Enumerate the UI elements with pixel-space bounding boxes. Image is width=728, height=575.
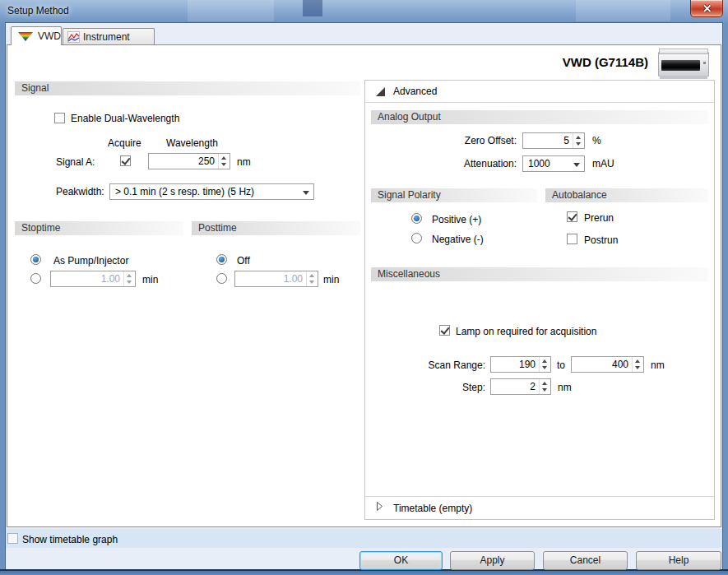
miscellaneous-section-header: Miscellaneous [371,267,708,281]
stoptime-as-pump-radio[interactable] [30,254,41,265]
signal-a-acquire-checkbox[interactable] [120,155,131,166]
polarity-positive-radio[interactable] [411,213,422,224]
spin-down-button[interactable] [542,366,547,369]
spinner [573,133,584,148]
instrument-led [703,62,706,64]
titlebar-glass-artifact [188,0,274,21]
prerun-checkbox[interactable] [567,211,577,222]
lamp-on-checkbox[interactable] [439,325,450,336]
spin-down-button[interactable] [127,281,132,284]
spin-down-button[interactable] [221,163,226,166]
stoptime-value: 1.00 [101,273,120,285]
posttime-value: 1.00 [284,273,303,285]
step-field[interactable]: 2 [490,378,551,395]
step-value: 2 [530,381,536,392]
analog-output-section-header: Analog Output [371,110,708,124]
posttime-value-field[interactable]: 1.00 [234,271,318,287]
postrun-checkbox[interactable] [567,234,577,244]
postrun-label: Postrun [584,234,618,246]
stoptime-unit-label: min [142,274,158,285]
signal-a-wavelength-field[interactable]: 250 [148,153,230,169]
instrument-lid [659,49,708,54]
signal-section-header: Signal [15,81,360,95]
spin-up-button[interactable] [309,274,314,277]
vwd-spectrum-icon [18,32,33,41]
posttime-off-label: Off [237,255,250,267]
signal-a-wavelength-value: 250 [198,155,215,167]
spin-down-button[interactable] [635,366,640,369]
zero-offset-field[interactable]: 5 [522,132,585,149]
timetable-expander[interactable] [370,498,535,517]
tab-vwd-label: VWD [38,30,61,42]
spin-up-button[interactable] [127,274,132,277]
titlebar-glass-artifact [303,0,322,16]
peakwidth-dropdown[interactable]: > 0.1 min (2 s resp. time) (5 Hz) [109,183,314,200]
dropdown-arrow-icon [303,191,309,195]
step-unit-label: nm [558,382,572,393]
titlebar[interactable]: Setup Method [0,0,728,23]
close-icon [702,4,712,13]
tab-instrument-curves[interactable]: Instrument Curves [63,28,155,44]
spin-down-button[interactable] [309,281,314,284]
spinner [123,271,135,286]
spinner [218,154,230,169]
spinner [306,271,318,286]
attenuation-unit-label: mAU [592,158,614,169]
zero-offset-label: Zero Offset: [428,135,517,146]
spinner [632,357,643,372]
spinner [539,357,550,372]
spin-up-button[interactable] [542,359,547,363]
polarity-negative-label: Negative (-) [432,234,484,245]
attenuation-value: 1000 [528,158,550,169]
scan-range-to-value: 400 [612,359,628,370]
step-label: Step: [444,382,485,393]
spin-up-button[interactable] [542,382,547,385]
show-timetable-graph-checkbox[interactable] [7,533,18,544]
posttime-off-radio[interactable] [216,254,227,265]
posttime-section-header: Posttime [192,221,360,235]
stoptime-section-header: Stoptime [15,221,183,235]
spin-down-button[interactable] [542,388,547,392]
peakwidth-value: > 0.1 min (2 s resp. time) (5 Hz) [115,186,254,197]
spin-up-button[interactable] [635,359,640,363]
spinner [539,379,550,394]
attenuation-dropdown[interactable]: 1000 [522,155,585,172]
help-button[interactable]: Help [636,551,721,570]
tab-vwd[interactable]: VWD [11,26,62,45]
polarity-positive-label: Positive (+) [432,214,481,225]
scan-range-from-field[interactable]: 190 [490,356,551,373]
spin-up-button[interactable] [221,156,226,160]
enable-dual-wavelength-checkbox[interactable] [54,113,65,123]
wavelength-column-label: Wavelength [166,137,218,149]
prerun-label: Prerun [584,212,614,224]
ok-button[interactable]: OK [359,551,443,570]
titlebar-glass-artifact [576,0,670,21]
advanced-expander[interactable] [370,82,535,100]
posttime-value-radio[interactable] [216,273,227,284]
enable-dual-wavelength-label: Enable Dual-Wavelength [71,113,179,124]
stoptime-value-radio[interactable] [30,273,41,284]
autobalance-section-header: Autobalance [545,188,708,202]
stoptime-value-field[interactable]: 1.00 [50,271,136,287]
scan-range-from-value: 190 [519,359,536,370]
polarity-negative-radio[interactable] [411,233,422,243]
spin-down-button[interactable] [576,142,581,146]
cancel-button[interactable]: Cancel [543,551,628,570]
apply-button[interactable]: Apply [450,551,535,570]
acquire-column-label: Acquire [108,137,141,149]
scan-range-to-field[interactable]: 400 [571,356,644,373]
zero-offset-unit-label: % [592,135,601,146]
scan-range-to-label: to [557,359,565,371]
signal-polarity-section-header: Signal Polarity [371,188,537,202]
setup-method-window: Setup Method Instrument Curves VWD VWD (… [0,0,728,575]
stoptime-as-pump-label: As Pump/Injector [53,255,128,267]
signal-a-label: Signal A: [56,156,95,168]
window-bottom-frame [0,569,728,575]
close-button[interactable] [690,0,723,17]
window-title: Setup Method [7,5,69,16]
instrument-base [660,76,707,79]
advanced-separator [365,102,714,103]
show-timetable-graph-label: Show timetable graph [22,534,118,545]
spin-up-button[interactable] [576,136,581,139]
lamp-on-label: Lamp on required for acquisition [456,326,596,337]
